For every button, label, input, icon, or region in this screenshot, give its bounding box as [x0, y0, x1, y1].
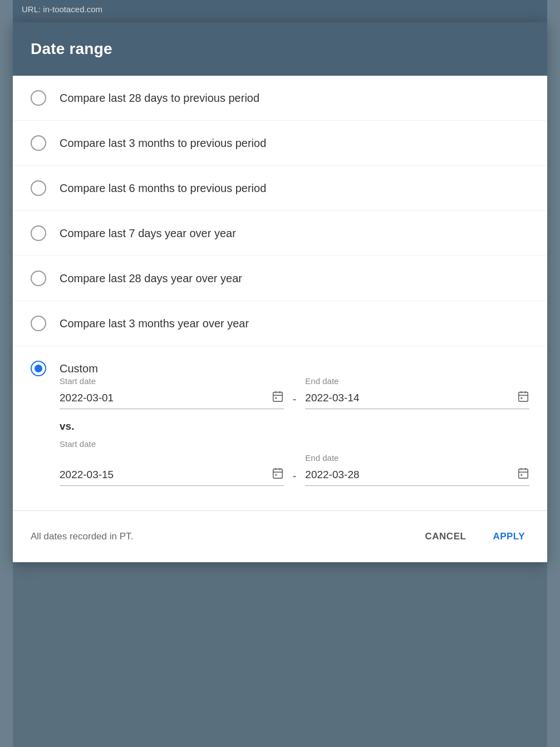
- custom-date-section: Start date 2022-03-01: [13, 376, 547, 510]
- secondary-date-row: 2022-03-15: [60, 453, 529, 486]
- radio-7days-yoy[interactable]: [31, 225, 46, 241]
- radio-28days-prev[interactable]: [31, 90, 46, 106]
- radio-6months-prev[interactable]: [31, 180, 46, 196]
- vs-label: vs.: [60, 420, 529, 433]
- radio-label-3months-yoy: Compare last 3 months year over year: [60, 317, 249, 330]
- radio-28days-yoy[interactable]: [31, 271, 46, 286]
- footer-buttons: CANCEL APPLY: [421, 524, 529, 549]
- secondary-end-field: End date 2022-03-28: [305, 453, 529, 486]
- radio-label-custom: Custom: [60, 362, 98, 375]
- secondary-end-input-wrapper[interactable]: 2022-03-28: [305, 467, 529, 486]
- footer-note: All dates recorded in PT.: [31, 531, 133, 542]
- radio-3months-yoy[interactable]: [31, 316, 46, 331]
- top-bar-text: URL: in-tootaced.com: [22, 4, 102, 14]
- radio-item-custom[interactable]: Custom: [13, 346, 547, 376]
- svg-rect-19: [520, 474, 522, 476]
- radio-3months-prev[interactable]: [31, 135, 46, 151]
- radio-custom[interactable]: [31, 361, 46, 376]
- primary-end-value: 2022-03-14: [305, 392, 513, 404]
- primary-end-label: End date: [305, 376, 529, 386]
- svg-rect-10: [273, 469, 282, 479]
- primary-start-field: Start date 2022-03-01: [60, 376, 284, 409]
- cancel-button[interactable]: CANCEL: [421, 524, 471, 549]
- modal-body: Compare last 28 days to previous period …: [13, 76, 547, 510]
- modal-header: Date range: [13, 22, 547, 76]
- primary-start-calendar-icon[interactable]: [272, 390, 284, 405]
- svg-rect-4: [275, 397, 277, 399]
- primary-start-input-wrapper[interactable]: 2022-03-01: [60, 390, 284, 409]
- radio-item-28days-yoy[interactable]: Compare last 28 days year over year: [13, 256, 547, 301]
- radio-item-3months-prev[interactable]: Compare last 3 months to previous period: [13, 121, 547, 166]
- secondary-end-calendar-icon[interactable]: [517, 467, 529, 482]
- secondary-start-field: 2022-03-15: [60, 467, 284, 486]
- svg-rect-15: [519, 469, 528, 479]
- primary-start-value: 2022-03-01: [60, 392, 267, 404]
- modal-title: Date range: [31, 40, 529, 58]
- radio-item-3months-yoy[interactable]: Compare last 3 months year over year: [13, 301, 547, 346]
- radio-item-6months-prev[interactable]: Compare last 6 months to previous period: [13, 166, 547, 211]
- apply-button[interactable]: APPLY: [488, 524, 529, 549]
- svg-rect-9: [520, 397, 522, 399]
- secondary-start-input-wrapper[interactable]: 2022-03-15: [60, 467, 284, 486]
- secondary-end-value: 2022-03-28: [305, 469, 513, 481]
- svg-rect-5: [519, 392, 528, 402]
- top-bar: URL: in-tootaced.com: [13, 0, 547, 22]
- radio-list: Compare last 28 days to previous period …: [13, 76, 547, 376]
- radio-label-28days-prev: Compare last 28 days to previous period: [60, 92, 259, 105]
- date-range-modal: Date range Compare last 28 days to previ…: [13, 22, 547, 562]
- secondary-separator: -: [293, 470, 297, 486]
- secondary-start-calendar-icon[interactable]: [272, 467, 284, 482]
- radio-label-6months-prev: Compare last 6 months to previous period: [60, 182, 266, 195]
- radio-label-3months-prev: Compare last 3 months to previous period: [60, 137, 266, 150]
- primary-start-label: Start date: [60, 376, 284, 386]
- svg-rect-14: [275, 474, 277, 476]
- modal-footer: All dates recorded in PT. CANCEL APPLY: [13, 510, 547, 562]
- primary-separator: -: [293, 393, 297, 409]
- radio-item-28days-prev[interactable]: Compare last 28 days to previous period: [13, 76, 547, 121]
- primary-date-row: Start date 2022-03-01: [60, 376, 529, 409]
- secondary-start-value: 2022-03-15: [60, 469, 267, 481]
- primary-end-field: End date 2022-03-14: [305, 376, 529, 409]
- primary-end-input-wrapper[interactable]: 2022-03-14: [305, 390, 529, 409]
- radio-label-28days-yoy: Compare last 28 days year over year: [60, 272, 242, 285]
- primary-end-calendar-icon[interactable]: [517, 390, 529, 405]
- secondary-end-label: End date: [305, 453, 529, 463]
- svg-rect-0: [273, 392, 282, 402]
- radio-item-7days-yoy[interactable]: Compare last 7 days year over year: [13, 211, 547, 256]
- secondary-start-label-above: Start date: [60, 439, 529, 449]
- radio-label-7days-yoy: Compare last 7 days year over year: [60, 227, 236, 240]
